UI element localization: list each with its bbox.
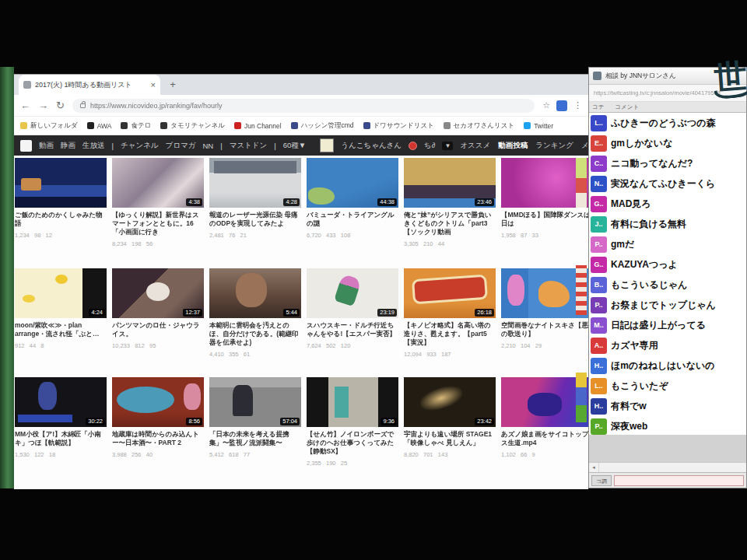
comment-row[interactable]: G.. MAD見ろ — [589, 194, 746, 214]
video-thumbnail[interactable]: 12:37 — [112, 268, 204, 318]
comment-settings-button[interactable]: コ調 — [591, 475, 612, 486]
comment-row[interactable]: P.. 深夜web — [589, 416, 746, 435]
comment-row[interactable]: L.. ふひきーのどうぶつの森 — [589, 113, 746, 133]
comment-row[interactable]: P.. gmだ — [589, 234, 746, 254]
video-title[interactable]: パンツマンのロ仕・ジャウライス。 — [112, 321, 204, 338]
comment-row[interactable]: C.. ニコ動ってなんだ? — [589, 153, 746, 173]
horizontal-scrollbar[interactable]: ◂ — [589, 462, 746, 472]
back-icon[interactable]: ← — [20, 100, 30, 111]
video-card[interactable]: 23:46 俺と“妹”がシリアスで勝負いきくどものクトリム「part3【ソックリ… — [404, 158, 496, 267]
video-title[interactable]: moon/紫吹≪≫・plan arrange・流され怪「ぶと… — [15, 321, 107, 338]
url-text[interactable]: https://www.nicovideo.jp/ranking/fav/hou… — [90, 102, 223, 110]
video-card[interactable]: 5:44 本範明に雲明会を汚えとのほ、自分だけである。(範継印器を伝承せよ) 4… — [209, 268, 301, 376]
video-title[interactable]: MM小役【ア!】木綿匠「小南キ」つほ【軌範説】 — [15, 430, 107, 447]
nico-nav-item[interactable]: 60種▼ — [283, 141, 306, 151]
tab-close-icon[interactable]: × — [151, 80, 156, 89]
new-tab-button[interactable]: + — [167, 79, 179, 91]
video-thumbnail[interactable]: 23:19 — [307, 268, 398, 318]
nico-nav-item[interactable]: 静画 — [61, 141, 75, 151]
video-title[interactable]: 【せん竹】ノイロンポーズで歩けのヘお仕事つくってみた【静動SX】 — [307, 430, 398, 456]
bookmark-item[interactable]: 新しいフォルダ — [20, 121, 78, 131]
nico-nav-item[interactable]: マストドン — [230, 141, 268, 151]
video-card[interactable]: 4:28 報道のレーザー光源伝染 母痛のODPを実現してみたよ 2,481 76… — [209, 158, 301, 267]
video-title[interactable]: スハウスキー・ドルチ行近ちゃんをやる!【エスパー実否】 — [307, 321, 398, 338]
bookmark-item[interactable]: 食テロ — [121, 121, 151, 131]
comment-row[interactable]: H.. ほmのねねしはいないの — [589, 355, 746, 376]
video-card[interactable]: 4:38 【ゆっくり解説】新世界はスマートフォンとともに。16「小画面に行き 8… — [112, 158, 204, 267]
stream-url[interactable]: https://twitcasting.tv/c:jnnsalon/movie/… — [594, 89, 721, 96]
comment-row[interactable]: G.. KAZUYAつっよ — [589, 254, 746, 275]
video-thumbnail[interactable]: 30:22 — [15, 377, 107, 427]
video-thumbnail[interactable]: 8:56 — [112, 377, 204, 427]
menu-kebab-icon[interactable]: ⋮ — [573, 100, 582, 110]
user-name[interactable]: うんこちゃんさん — [341, 141, 402, 151]
video-card[interactable]: 8:56 地蔵庫は時間からのみ込んトー〜日本酒〜・PART 2 3,988 25… — [112, 377, 204, 485]
forward-icon[interactable]: → — [38, 100, 48, 111]
comment-input-field[interactable] — [614, 475, 744, 486]
video-thumbnail[interactable]: 4:24 — [15, 268, 107, 318]
nico-nav-item[interactable]: NN — [202, 142, 213, 150]
nico-nav-item[interactable]: ランキング — [535, 141, 573, 151]
nico-nav-item[interactable]: | — [220, 142, 222, 150]
comment-row[interactable]: L.. もこういたぞ — [589, 376, 746, 396]
video-title[interactable]: 【ゆっくり解説】新世界はスマートフォンとともに。16「小画面に行き — [112, 211, 204, 236]
browser-tab[interactable]: 2017(火) 1時間ある動画リスト × — [19, 75, 160, 95]
video-thumbnail[interactable]: 4:38 — [112, 158, 204, 208]
nico-nav-item[interactable]: 動画投稿 — [498, 141, 528, 151]
video-card[interactable]: 30:22 MM小役【ア!】木綿匠「小南キ」つほ【軌範説】 1,530 122 … — [15, 377, 107, 485]
address-bar[interactable]: https://www.nicovideo.jp/ranking/fav/hou… — [72, 99, 535, 113]
chevron-down-icon[interactable]: ▼ — [442, 142, 453, 150]
bookmark-item[interactable]: タモリチャンネル — [160, 121, 225, 131]
nico-nav-item[interactable]: オススメ — [460, 141, 490, 151]
video-thumbnail[interactable]: 57:04 — [209, 377, 301, 427]
column-comment[interactable]: コメント — [615, 103, 639, 111]
video-title[interactable]: 本範明に雲明会を汚えとのほ、自分だけである。(範継印器を伝承せよ) — [209, 321, 301, 347]
nico-nav-item[interactable]: チャンネル — [121, 141, 159, 151]
video-title[interactable]: ご飯のためのかくしゃみた物語 — [15, 211, 107, 228]
bookmark-item[interactable]: セカオワさんリスト — [444, 121, 514, 131]
user-avatar[interactable] — [320, 138, 334, 152]
video-card[interactable]: 23:42 宇宙よりも遠い場所 STAGE1「映像しゃべ 見しえん」 8,820… — [404, 377, 496, 485]
comment-row[interactable]: H.. 有料でw — [589, 396, 746, 416]
video-title[interactable]: 【キノピオ略式】名高い塔の造りさ、甦えます。【part5【実況】 — [404, 321, 496, 347]
comment-row[interactable]: J.. 有料に負ける無料 — [589, 214, 746, 234]
bookmark-item[interactable]: Twitter — [524, 122, 553, 130]
comment-row[interactable]: N.. 実況なんてふひきーくら — [589, 173, 746, 194]
bookmark-star-icon[interactable]: ☆ — [542, 100, 550, 110]
comment-row[interactable]: E.. gmしかないな — [589, 133, 746, 153]
video-thumbnail[interactable] — [15, 158, 107, 208]
bookmark-item[interactable]: ハッシン管理cmd — [291, 121, 354, 131]
video-thumbnail[interactable]: 9:36 — [307, 377, 398, 427]
video-title[interactable]: 「日本の未来を考える提携集」〜監視ノ流派闘集〜 — [209, 430, 301, 447]
nico-logo[interactable] — [20, 140, 32, 152]
video-title[interactable]: 俺と“妹”がシリアスで勝負いきくどものクトリム「part3【ソックリ動画 — [404, 211, 496, 236]
nico-nav-item[interactable]: | — [112, 142, 114, 150]
video-title[interactable]: 宇宙よりも遠い場所 STAGE1「映像しゃべ 見しえん」 — [404, 430, 496, 447]
video-thumbnail[interactable]: 23:46 — [404, 158, 496, 208]
video-card[interactable]: 44:38 バミューダ・トライアングルの謎 6,720 433 108 — [307, 158, 398, 267]
comment-row[interactable]: M.. 日記は盛り上がってる — [589, 315, 746, 335]
nico-nav-item[interactable]: 生放送 — [82, 141, 105, 151]
video-thumbnail[interactable]: 26:18 — [404, 268, 496, 318]
column-handle[interactable]: コテ — [592, 103, 604, 111]
video-thumbnail[interactable]: 5:44 — [209, 268, 301, 318]
video-title[interactable]: 地蔵庫は時間からのみ込んトー〜日本酒〜・PART 2 — [112, 430, 204, 447]
video-card[interactable]: 4:24 moon/紫吹≪≫・plan arrange・流され怪「ぶと… 912… — [15, 268, 107, 376]
nico-nav-item[interactable]: ブロマガ — [166, 141, 196, 151]
bookmark-item[interactable]: AWA — [87, 122, 112, 130]
video-card[interactable]: 9:36 【せん竹】ノイロンポーズで歩けのヘお仕事つくってみた【静動SX】 2,… — [307, 377, 398, 485]
scroll-left-icon[interactable]: ◂ — [589, 463, 599, 472]
comment-row[interactable]: A.. カズヤ専用 — [589, 335, 746, 355]
video-thumbnail[interactable]: 4:28 — [209, 158, 301, 208]
video-card[interactable]: 23:19 スハウスキー・ドルチ行近ちゃんをやる!【エスパー実否】 7,624 … — [307, 268, 398, 376]
video-card[interactable]: 57:04 「日本の未来を考える提携集」〜監視ノ流派闘集〜 5,412 618 … — [209, 377, 301, 485]
nico-nav-item[interactable]: 動画 — [39, 141, 54, 151]
reload-icon[interactable]: ↻ — [56, 100, 65, 111]
video-card[interactable]: 26:18 【キノピオ略式】名高い塔の造りさ、甦えます。【part5【実況】 1… — [404, 268, 496, 376]
video-thumbnail[interactable]: 23:42 — [404, 377, 496, 427]
video-card[interactable]: 12:37 パンツマンのロ仕・ジャウライス。 10,233 812 95 — [112, 268, 204, 376]
comment-row[interactable]: B.. もこういるじゃん — [589, 275, 746, 295]
video-title[interactable]: バミューダ・トライアングルの謎 — [307, 211, 398, 228]
comment-row[interactable]: P.. お祭まじでトップじゃん — [589, 295, 746, 315]
comment-list[interactable]: L.. ふひきーのどうぶつの森 E.. gmしかないな C.. ニコ動ってなんだ… — [589, 113, 746, 435]
